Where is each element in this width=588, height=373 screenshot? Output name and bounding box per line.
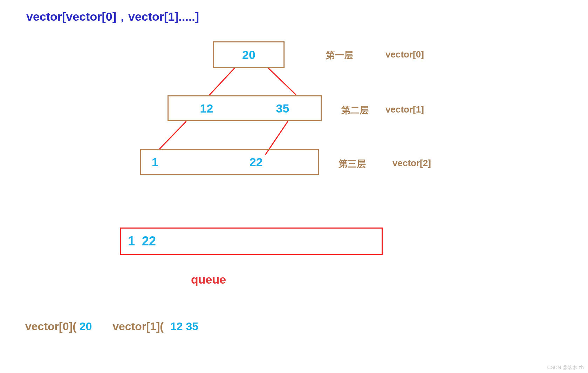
edge-l0-right bbox=[268, 68, 296, 95]
result-part-5: 35 bbox=[186, 320, 198, 333]
result-line: vector[0]( 20 vector[1]( 12 35 bbox=[25, 320, 198, 333]
level0-box: 20 bbox=[213, 41, 285, 68]
level1-vec: vector[1] bbox=[385, 104, 424, 115]
queue-label: queue bbox=[191, 273, 226, 286]
result-part-3: 12 bbox=[170, 320, 183, 333]
level2-label: 第三层 bbox=[339, 158, 366, 170]
level1-box: 12 35 bbox=[167, 95, 322, 121]
level0-vec: vector[0] bbox=[385, 49, 424, 60]
queue-item-1: 22 bbox=[142, 234, 156, 249]
level2-val0: 1 bbox=[152, 155, 158, 169]
result-part-2: vector[1]( bbox=[112, 320, 164, 333]
queue-item-0: 1 bbox=[128, 234, 135, 249]
title-text: vector[vector[0]，vector[1].....] bbox=[26, 9, 199, 25]
result-part-1: 20 bbox=[80, 320, 92, 333]
queue-box: 1 22 bbox=[120, 228, 383, 255]
level1-val1: 35 bbox=[276, 102, 289, 115]
level2-val1: 22 bbox=[249, 155, 263, 169]
level1-val0: 12 bbox=[200, 102, 213, 115]
level1-label: 第二层 bbox=[341, 104, 369, 116]
level2-vec: vector[2] bbox=[392, 158, 431, 169]
result-part-0: vector[0]( bbox=[25, 320, 76, 333]
edge-l1-left bbox=[159, 121, 187, 150]
watermark: CSDN @落木 zh bbox=[547, 365, 584, 371]
level0-label: 第一层 bbox=[326, 49, 353, 61]
level2-box: 1 22 bbox=[140, 149, 319, 175]
edge-l0-left bbox=[209, 68, 235, 96]
level0-val0: 20 bbox=[242, 48, 255, 62]
